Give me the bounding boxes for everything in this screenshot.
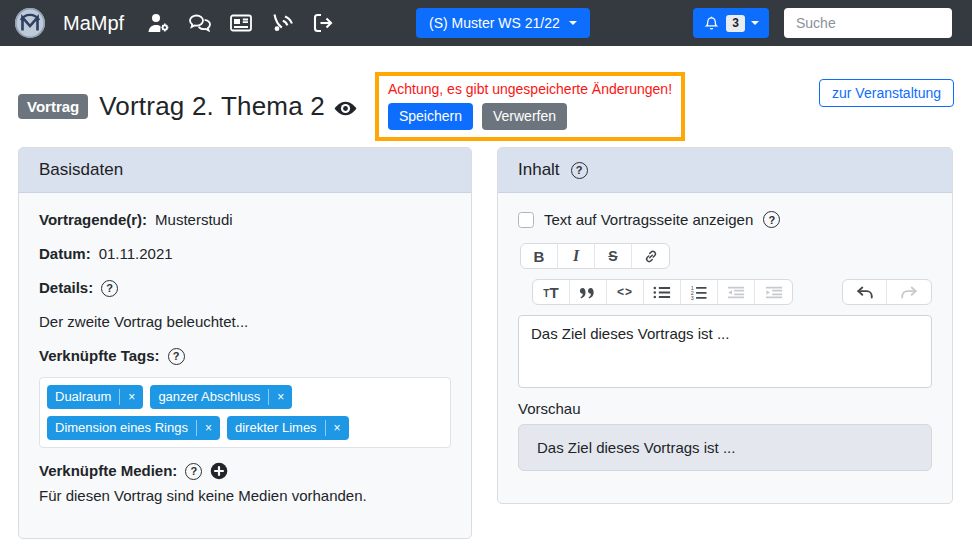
logout-icon[interactable] [311, 11, 335, 35]
eye-icon[interactable] [333, 96, 358, 121]
tag-remove-icon[interactable] [119, 389, 135, 405]
unsaved-changes-text: Achtung, es gibt ungespeicherte Änderung… [388, 80, 672, 99]
details-text: Der zweite Vortrag beleuchtet... [39, 313, 451, 331]
format-button-group [520, 243, 670, 269]
inhalt-card: Inhalt Text auf Vortragsseite anzeigen [497, 147, 953, 504]
semester-dropdown[interactable]: (S) Muster WS 21/22 [416, 8, 590, 38]
outdent-button[interactable] [718, 280, 755, 304]
notifications-dropdown[interactable]: 3 [693, 8, 769, 38]
tag-remove-icon[interactable] [268, 389, 284, 405]
block-button-group: 123 [532, 279, 793, 305]
bullet-list-button[interactable] [644, 280, 681, 304]
brand-title[interactable]: MaMpf [63, 12, 124, 35]
media-label-row: Verknüpfte Medien: [39, 462, 451, 480]
tag-item[interactable]: Dimension eines Rings [47, 416, 220, 440]
tags-input[interactable]: Dualraum ganzer Abschluss Dimension eine… [39, 377, 451, 448]
quote-button[interactable] [570, 280, 607, 304]
navbar-left-group: MaMpf [14, 7, 335, 39]
code-button[interactable] [607, 280, 644, 304]
preview-box: Das Ziel dieses Vortrags ist ... [518, 424, 932, 471]
show-text-row: Text auf Vortragsseite anzeigen [518, 211, 932, 228]
show-text-label: Text auf Vortragsseite anzeigen [544, 211, 753, 228]
preview-label: Vorschau [518, 400, 932, 417]
content-editor-textarea[interactable]: Das Ziel dieses Vortrags ist ... [518, 315, 932, 388]
semester-dropdown-label: (S) Muster WS 21/22 [429, 15, 560, 31]
plus-circle-icon[interactable] [210, 462, 228, 480]
newspaper-icon[interactable] [229, 11, 253, 35]
blog-icon[interactable] [270, 11, 294, 35]
inhalt-card-body: Text auf Vortragsseite anzeigen [498, 193, 952, 489]
show-text-checkbox[interactable] [518, 212, 534, 228]
inhalt-card-header: Inhalt [498, 148, 952, 193]
tag-remove-icon[interactable] [325, 420, 341, 436]
question-circle-icon[interactable] [168, 348, 185, 365]
unsaved-changes-warning: Achtung, es gibt ungespeicherte Änderung… [375, 72, 685, 141]
inhalt-card-title: Inhalt [518, 160, 560, 180]
chats-icon[interactable] [188, 11, 212, 35]
media-label: Verknüpfte Medien: [39, 462, 177, 480]
undo-button[interactable] [843, 280, 887, 304]
editor-toolbar-blocks: 123 [532, 279, 932, 305]
caret-down-icon [569, 21, 577, 25]
tag-remove-icon[interactable] [196, 420, 212, 436]
details-label-row: Details: [39, 279, 451, 297]
editor-toolbar-format [520, 243, 932, 269]
navbar-right-group: 3 [693, 8, 952, 38]
tag-label: Dualraum [55, 389, 111, 405]
italic-button[interactable] [558, 244, 595, 268]
caret-down-icon [751, 21, 759, 25]
tag-label: direkter Limes [235, 420, 317, 436]
media-empty-text: Für diesen Vortrag sind keine Medien vor… [39, 487, 451, 505]
tags-label-row: Verknüpfte Tags: [39, 347, 451, 365]
speaker-label: Vortragende(r): [39, 211, 147, 229]
warning-actions: Speichern Verwerfen [388, 103, 672, 130]
tag-item[interactable]: direkter Limes [227, 416, 349, 440]
date-value: 01.11.2021 [99, 245, 173, 263]
to-event-button[interactable]: zur Veranstaltung [819, 79, 954, 107]
strikethrough-button[interactable] [595, 244, 632, 268]
details-label: Details: [39, 279, 93, 297]
tag-label: ganzer Abschluss [158, 389, 260, 405]
tag-item[interactable]: Dualraum [47, 385, 143, 409]
notifications-count-badge: 3 [726, 15, 745, 32]
speaker-row: Vortragende(r): Musterstudi [39, 211, 451, 229]
redo-button[interactable] [887, 280, 931, 304]
top-navbar: MaMpf (S) Muster WS 21/22 3 [0, 0, 972, 46]
basisdaten-card: Basisdaten Vortragende(r): Musterstudi D… [18, 147, 472, 539]
date-label: Datum: [39, 245, 91, 263]
numbered-list-button[interactable]: 123 [681, 280, 718, 304]
main-content: Vortrag Vortrag 2. Thema 2 Achtung, es g… [0, 46, 972, 539]
date-row: Datum: 01.11.2021 [39, 245, 451, 263]
tag-item[interactable]: ganzer Abschluss [150, 385, 292, 409]
user-admin-icon[interactable] [147, 11, 171, 35]
basisdaten-card-title: Basisdaten [39, 160, 123, 180]
bell-icon [703, 15, 720, 32]
type-badge: Vortrag [18, 94, 88, 119]
question-circle-icon[interactable] [763, 211, 780, 228]
font-size-button[interactable] [533, 280, 570, 304]
tags-label: Verknüpfte Tags: [39, 347, 160, 365]
page-title: Vortrag 2. Thema 2 [99, 91, 325, 122]
search-input[interactable] [784, 8, 952, 38]
basisdaten-card-header: Basisdaten [19, 148, 471, 193]
cards-row: Basisdaten Vortragende(r): Musterstudi D… [18, 147, 954, 539]
save-button[interactable]: Speichern [388, 103, 473, 130]
svg-text:3: 3 [691, 295, 694, 300]
page-title-row: Vortrag Vortrag 2. Thema 2 Achtung, es g… [18, 72, 954, 141]
mampf-logo[interactable] [14, 7, 46, 39]
discard-button[interactable]: Verwerfen [482, 103, 567, 130]
bold-button[interactable] [521, 244, 558, 268]
indent-button[interactable] [755, 280, 792, 304]
link-button[interactable] [632, 244, 669, 268]
question-circle-icon[interactable] [185, 463, 202, 480]
basisdaten-card-body: Vortragende(r): Musterstudi Datum: 01.11… [19, 193, 471, 523]
speaker-value: Musterstudi [155, 211, 233, 229]
question-circle-icon[interactable] [101, 280, 118, 297]
history-button-group [842, 279, 932, 305]
question-circle-icon[interactable] [571, 162, 588, 179]
tag-label: Dimension eines Rings [55, 420, 188, 436]
